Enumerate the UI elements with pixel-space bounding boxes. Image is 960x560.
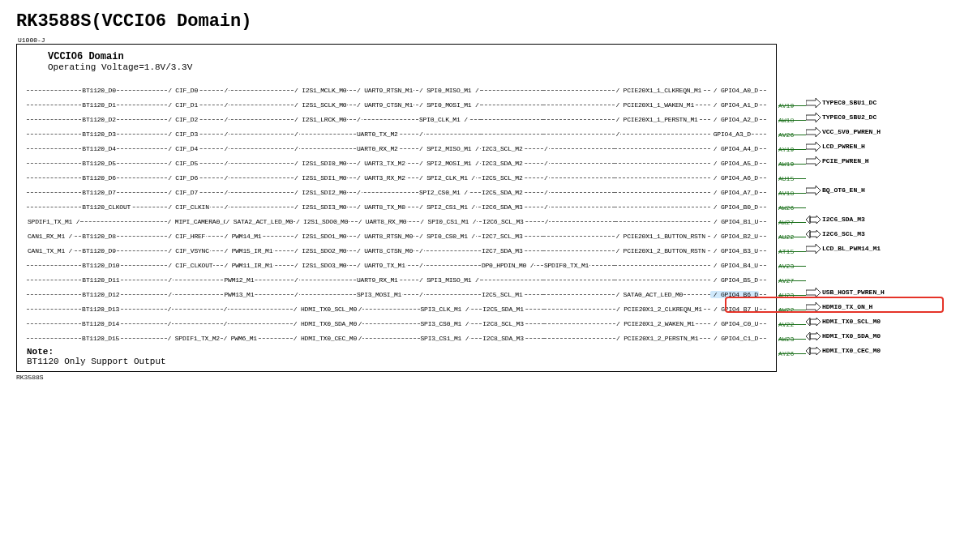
mux-cell: / I2S1_LRCK_M0 [294,109,356,123]
ball-number: AW23 [778,329,806,343]
mux-cell: / UART8_TX_M0 [356,197,418,211]
port: HDMI_TX0_SCL_M0 [806,317,881,327]
pin-rows: BT1120_D0/ CIF_D0// I2S1_MCLK_M0/ UART9_… [27,80,766,342]
mux-cell: / CIF_D1 [167,95,223,109]
mux-cell: / SPI0_MOSI_M1 / [418,95,481,109]
gpio-cell: / GPIO4_A6_D [710,168,766,182]
ball-number: AV27 [778,271,806,284]
mux-cell: / I2S1_MCLK_M0 [294,80,356,94]
domain-box: VCCIO6 Domain Operating Voltage=1.8V/3.3… [16,44,777,372]
gpio-cell: / GPIO4_C0_U [710,314,766,327]
mux-cell: CAN1_TX_M1 / [27,241,81,254]
mux-cell [27,95,81,109]
mux-cell: SPDIF1_TX_M1 / [27,212,81,225]
mux-cell [27,168,81,182]
mux-cell [27,284,81,298]
port-label: BQ_OTG_EN_H [822,186,865,194]
pin-row: BT1120_D15/ SPDIF1_TX_M2/ PWM6_M1/ HDMI_… [27,328,766,342]
mux-cell: / PCIE20X1_1_BUTTON_RSTN [615,226,709,240]
port: LCD_BL_PWM14_M1 [806,244,881,254]
gpio-cell: GPIO4_A3_D [710,124,766,138]
mux-cell [481,270,543,284]
port-label: VCC_5V0_PWREN_H [822,128,881,135]
mux-cell: / PWM14_M1 [223,226,294,240]
port-label: I2C6_SCL_M3 [822,230,865,237]
mux-cell: UART9_RX_M1 [356,270,418,284]
ext-row: AV27 [778,271,806,284]
mux-cell: / I2S1_SDO2_M0 [294,241,356,254]
mux-cell [615,255,709,269]
mux-cell: / I2S1_SDO0_M0 [295,212,358,225]
mux-cell [615,168,709,182]
ball-number: AV26 [778,125,806,139]
mux-cell: / [543,197,615,211]
mux-cell: / UART9_CTSN_M1 [356,95,418,109]
mux-cell: SPI0_CLK_M1 / [418,109,481,123]
mux-cell: DP0_HPDIN_M0 / [481,255,543,269]
port: VCC_5V0_PWREN_H [806,127,881,137]
mux-cell [27,299,81,313]
mux-cell: / HDMI_TX0_SDA_M0 [293,314,358,327]
mux-cell [27,197,81,211]
mux-cell: / SATA0_ACT_LED_M0 [615,284,709,298]
ball-number: AV22 [778,314,806,328]
bidir-port-icon [806,317,821,327]
ext-row: AV19TYPEC0_SBU1_DC [778,96,876,109]
port-label: HDMI0_TX_ON_H [822,303,872,310]
mux-cell: / PCIE20X1_2_BUTTON_RSTN [615,241,709,254]
mux-cell: UART0_TX_M2 [356,124,418,138]
mux-cell: / [418,241,481,254]
mux-cell: / UART8_CTSN_M0 [356,241,418,254]
ext-row: AW26 [778,198,806,212]
mux-cell: / [223,109,294,123]
mux-cell: / UART9_TX_M1 [356,255,418,269]
ext-row: AU15 [778,169,806,182]
mux-cell: BT1120_D7 [81,182,167,196]
mux-cell: BT1120_D12 [81,284,167,298]
ext-row: AY19LCD_PWREN_H [778,139,865,153]
ball-number: AW22 [778,300,806,314]
out-port-icon [806,244,821,254]
mux-cell: / [223,314,293,327]
mux-cell: BT1120_D6 [81,168,167,182]
ball-number: AV18 [778,183,806,197]
out-port-icon [806,142,821,152]
port: I2C6_SDA_M3 [806,215,865,224]
mux-cell: / [543,168,615,182]
mux-cell: / I2S1_SDO1_M0 [294,226,356,240]
mux-cell: / CIF_D7 [167,182,223,196]
ball-number: AW19 [778,154,806,168]
port: USB_HOST_PWREN_H [806,288,885,297]
bidir-port-icon [806,215,821,224]
mux-cell: / UART3_RX_M2 [356,168,418,182]
mux-cell: / [223,139,294,152]
bidir-port-icon [806,346,821,356]
mux-cell [481,124,543,138]
pin-row: BT1120_D10/ CIF_CLKOUT/ PWM11_IR_M1/ I2S… [27,255,766,269]
mux-cell: I2C3_SCL_M2 [481,139,543,152]
port: HDMI0_TX_ON_H [806,302,872,312]
ball-number: AT15 [778,242,806,255]
mux-cell: BT1120_D5 [81,153,167,167]
pin-row: CAN1_RX_M1 /BT1120_D8/ CIF_HREF/ PWM14_M… [27,226,766,240]
mux-cell: CAN1_RX_M1 / [27,226,81,240]
gpio-cell: / GPIO4_A1_D [710,95,766,109]
mux-cell [81,212,166,225]
mux-cell: / UART8_RX_M0 [358,212,420,225]
mux-cell [543,124,615,138]
port-label: HDMI_TX0_CEC_M0 [822,347,881,354]
mux-cell [27,124,81,138]
mux-cell: / [294,270,356,284]
mux-cell: / I2S1_SDO3_M0 [294,255,356,269]
pin-row: BT1120_D6/ CIF_D6// I2S1_SDI1_M0/ UART3_… [27,168,766,182]
mux-cell: / UART8_RTSN_M0 [356,226,418,240]
mux-cell: / [356,109,418,123]
port: BQ_OTG_EN_H [806,186,865,195]
gpio-cell: / GPIO4_B0_D [710,197,766,211]
port-label: I2C6_SDA_M3 [822,216,865,223]
ext-row: AV26VCC_5V0_PWREN_H [778,125,881,139]
mux-cell: / CIF_CLKIN [167,197,223,211]
mux-cell: / [418,284,481,298]
port-label: TYPEC0_SBU2_DC [822,113,876,121]
gpio-cell: / GPIO4_A7_D [710,182,766,196]
